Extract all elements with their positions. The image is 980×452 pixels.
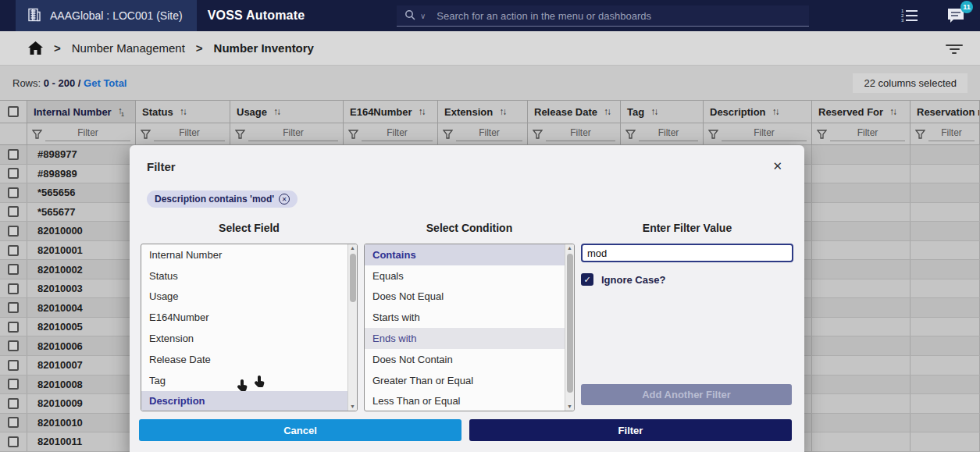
internal-number-cell[interactable]: 82010010 bbox=[27, 414, 136, 432]
internal-number-cell[interactable]: 82010000 bbox=[27, 222, 136, 240]
column-header-tag[interactable]: Tag↑↓ bbox=[621, 101, 704, 123]
search-input[interactable] bbox=[437, 10, 764, 22]
list-item-release-date[interactable]: Release Date bbox=[141, 349, 347, 370]
close-icon[interactable]: ✕ bbox=[768, 158, 787, 175]
get-total-link[interactable]: Get Total bbox=[84, 77, 127, 89]
row-checkbox[interactable] bbox=[8, 264, 19, 275]
column-filter-input[interactable]: Filter bbox=[722, 127, 807, 141]
funnel-icon[interactable] bbox=[533, 130, 543, 139]
column-filter-input[interactable]: Filter bbox=[154, 127, 225, 141]
row-checkbox[interactable] bbox=[8, 340, 19, 351]
list-item-does-not-contain[interactable]: Does Not Contain bbox=[365, 349, 565, 370]
funnel-icon[interactable] bbox=[32, 130, 42, 139]
column-filter-input[interactable]: Filter bbox=[45, 127, 130, 141]
column-header-internal-number[interactable]: Internal Number↑1 bbox=[27, 101, 136, 123]
transaction-list-button[interactable]: 123 bbox=[900, 8, 919, 23]
column-filter-input[interactable]: Filter bbox=[456, 127, 522, 141]
table-filter-menu-icon[interactable] bbox=[946, 43, 963, 54]
row-checkbox[interactable] bbox=[8, 302, 19, 313]
row-checkbox[interactable] bbox=[8, 322, 19, 333]
ignore-case-checkbox[interactable]: ✓ bbox=[581, 273, 593, 286]
list-item-ends-with[interactable]: Ends with bbox=[365, 328, 565, 349]
column-filter-input[interactable]: Filter bbox=[830, 127, 905, 141]
scroll-up-icon[interactable]: ▲ bbox=[567, 244, 572, 252]
row-checkbox[interactable] bbox=[8, 417, 19, 428]
home-icon[interactable] bbox=[28, 41, 43, 55]
remove-filter-icon[interactable]: ✕ bbox=[279, 194, 290, 205]
column-filter-input[interactable]: Filter bbox=[546, 127, 615, 141]
list-item-usage[interactable]: Usage bbox=[141, 287, 347, 308]
internal-number-cell[interactable]: 82010007 bbox=[27, 356, 136, 375]
internal-number-cell[interactable]: #898989 bbox=[27, 165, 136, 183]
cancel-button[interactable]: Cancel bbox=[139, 419, 461, 441]
internal-number-cell[interactable]: 82010008 bbox=[27, 375, 136, 394]
list-item-e164number[interactable]: E164Number bbox=[141, 307, 347, 328]
list-item-greater-than-or-equal[interactable]: Greater Than or Equal bbox=[365, 370, 565, 391]
search-scope-chevron-icon[interactable]: ∨ bbox=[420, 12, 426, 20]
internal-number-cell[interactable]: 82010004 bbox=[27, 298, 136, 317]
columns-selected-label[interactable]: 22 columns selected bbox=[853, 73, 968, 93]
internal-number-cell[interactable]: #898977 bbox=[27, 145, 136, 164]
row-checkbox[interactable] bbox=[8, 245, 19, 256]
list-item-status[interactable]: Status bbox=[141, 265, 347, 287]
column-header-usage[interactable]: Usage↑↓ bbox=[230, 101, 344, 123]
ignore-case-option[interactable]: ✓ Ignore Case? bbox=[581, 273, 793, 286]
hierarchy-selector[interactable]: AAAGlobal : LOC001 (Site) bbox=[16, 0, 197, 31]
breadcrumb-number-management[interactable]: Number Management bbox=[72, 41, 185, 55]
add-another-filter-button[interactable]: Add Another Filter bbox=[581, 384, 792, 405]
notifications-button[interactable]: 11 bbox=[946, 6, 966, 25]
condition-list-scrollbar[interactable]: ▲ ▼ bbox=[565, 244, 574, 411]
scrollbar-thumb[interactable] bbox=[350, 254, 356, 302]
row-checkbox[interactable] bbox=[8, 436, 19, 447]
column-header-reservation-not[interactable]: Reservation not bbox=[911, 101, 980, 123]
select-all-checkbox[interactable] bbox=[8, 106, 19, 117]
internal-number-cell[interactable]: *565677 bbox=[27, 203, 136, 222]
row-checkbox[interactable] bbox=[8, 187, 19, 198]
column-header-description[interactable]: Description↑↓ bbox=[704, 101, 812, 123]
list-item-does-not-equal[interactable]: Does Not Equal bbox=[365, 287, 565, 308]
list-item-starts-with[interactable]: Starts with bbox=[365, 307, 565, 328]
column-header-reserved-for[interactable]: Reserved For↑↓ bbox=[812, 101, 911, 123]
list-item-equals[interactable]: Equals bbox=[365, 265, 565, 287]
list-item-contains[interactable]: Contains bbox=[365, 244, 565, 265]
funnel-icon[interactable] bbox=[708, 130, 718, 139]
row-checkbox[interactable] bbox=[8, 379, 19, 390]
funnel-icon[interactable] bbox=[141, 130, 151, 139]
column-header-release-date[interactable]: Release Date↑↓ bbox=[528, 101, 621, 123]
row-checkbox[interactable] bbox=[8, 149, 19, 160]
list-item-less-than-or-equal[interactable]: Less Than or Equal bbox=[365, 391, 565, 411]
column-filter-input[interactable]: Filter bbox=[362, 127, 433, 141]
global-search[interactable]: ∨ bbox=[397, 5, 809, 27]
column-filter-input[interactable]: Filter bbox=[928, 127, 975, 141]
funnel-icon[interactable] bbox=[443, 130, 453, 139]
column-filter-input[interactable]: Filter bbox=[248, 127, 338, 141]
internal-number-cell[interactable]: 82010006 bbox=[27, 336, 136, 355]
internal-number-cell[interactable]: 82010001 bbox=[27, 241, 136, 260]
internal-number-cell[interactable]: 82010005 bbox=[27, 318, 136, 336]
row-checkbox[interactable] bbox=[8, 398, 19, 409]
row-checkbox[interactable] bbox=[8, 168, 19, 179]
scroll-up-icon[interactable]: ▲ bbox=[350, 244, 355, 252]
funnel-icon[interactable] bbox=[817, 130, 827, 139]
funnel-icon[interactable] bbox=[348, 130, 358, 139]
row-checkbox[interactable] bbox=[8, 206, 19, 217]
internal-number-cell[interactable]: *565656 bbox=[27, 183, 136, 202]
funnel-icon[interactable] bbox=[235, 130, 245, 139]
column-header-extension[interactable]: Extension↑↓ bbox=[438, 101, 528, 123]
column-header-status[interactable]: Status↑↓ bbox=[136, 101, 230, 123]
scrollbar-thumb[interactable] bbox=[567, 254, 573, 393]
internal-number-cell[interactable]: 82010009 bbox=[27, 394, 136, 413]
list-item-extension[interactable]: Extension bbox=[141, 328, 347, 349]
row-checkbox[interactable] bbox=[8, 360, 19, 371]
internal-number-cell[interactable]: 82010011 bbox=[27, 432, 136, 451]
internal-number-cell[interactable]: 82010003 bbox=[27, 279, 136, 298]
column-filter-input[interactable]: Filter bbox=[639, 127, 698, 141]
scroll-down-icon[interactable]: ▼ bbox=[350, 403, 355, 411]
row-checkbox[interactable] bbox=[8, 226, 19, 237]
row-checkbox[interactable] bbox=[8, 283, 19, 294]
apply-filter-button[interactable]: Filter bbox=[469, 419, 792, 441]
funnel-icon[interactable] bbox=[625, 130, 636, 139]
field-list-scrollbar[interactable]: ▲ ▼ bbox=[347, 244, 357, 411]
scroll-down-icon[interactable]: ▼ bbox=[567, 403, 572, 411]
internal-number-cell[interactable]: 82010002 bbox=[27, 260, 136, 279]
